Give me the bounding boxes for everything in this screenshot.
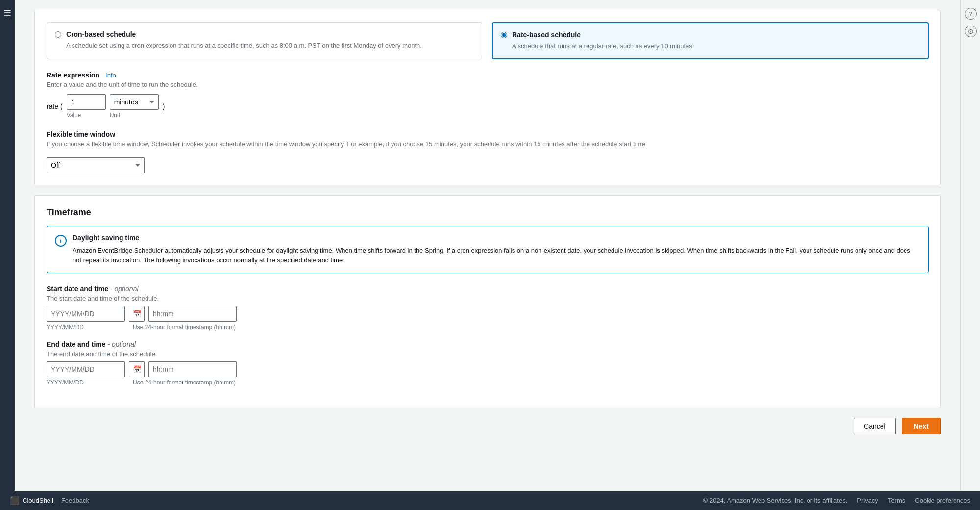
rate-title: Rate-based schedule [512, 31, 694, 39]
flexible-window-select[interactable]: Off 1 minute 5 minutes 10 minutes 15 min… [47, 157, 145, 173]
rate-expression-label: Rate expression [47, 71, 99, 79]
menu-icon[interactable]: ☰ [3, 8, 11, 19]
flexible-window-section: Flexible time window If you choose a fle… [47, 130, 929, 173]
value-hint: Value [67, 112, 106, 119]
end-time-hint: Use 24-hour format timestamp (hh:mm) [133, 379, 236, 386]
daylight-saving-content: Daylight saving time Amazon EventBridge … [73, 234, 920, 265]
cloudshell-label[interactable]: ⬛ CloudShell [10, 496, 53, 505]
rate-schedule-option[interactable]: Rate-based schedule A schedule that runs… [492, 22, 929, 59]
rate-info-link[interactable]: Info [105, 72, 116, 79]
flex-select-wrapper: Off 1 minute 5 minutes 10 minutes 15 min… [47, 157, 145, 173]
rate-desc: A schedule that runs at a regular rate, … [512, 42, 694, 51]
start-date-input[interactable] [47, 306, 125, 322]
start-date-hint: YYYY/MM/DD [47, 324, 84, 331]
daylight-saving-box: i Daylight saving time Amazon EventBridg… [47, 226, 929, 273]
schedule-type-row: Cron-based schedule A schedule set using… [47, 22, 929, 59]
content-area: Cron-based schedule A schedule set using… [15, 0, 960, 491]
feedback-link[interactable]: Feedback [61, 497, 89, 504]
start-time-hint: Use 24-hour format timestamp (hh:mm) [133, 324, 236, 331]
schedule-type-card: Cron-based schedule A schedule set using… [34, 10, 941, 185]
start-time-input[interactable] [148, 306, 237, 322]
flexible-window-label: Flexible time window [47, 130, 115, 138]
end-date-label: End date and time - optional [47, 340, 929, 348]
right-sidebar: ? ⊙ [960, 0, 980, 491]
rate-prefix: rate ( [47, 102, 63, 110]
settings-icon[interactable]: ⊙ [965, 26, 977, 37]
cron-schedule-option[interactable]: Cron-based schedule A schedule set using… [47, 22, 482, 59]
rate-radio[interactable] [501, 32, 507, 38]
privacy-link[interactable]: Privacy [857, 497, 878, 504]
rate-row: rate ( Value minutes hours days Unit ) [47, 94, 929, 119]
rate-value-input[interactable] [67, 94, 106, 110]
cookie-link[interactable]: Cookie preferences [915, 497, 970, 504]
unit-hint: Unit [110, 112, 159, 119]
rate-expression-desc: Enter a value and the unit of time to ru… [47, 81, 929, 88]
footer-bar: Cancel Next [34, 408, 941, 444]
start-date-calendar-btn[interactable]: 📅 [129, 306, 145, 322]
end-date-optional: - optional [107, 340, 136, 348]
rate-unit-select[interactable]: minutes hours days [110, 94, 159, 110]
start-date-row: 📅 [47, 306, 929, 322]
start-date-section: Start date and time - optional The start… [47, 285, 929, 331]
daylight-saving-title: Daylight saving time [73, 234, 920, 242]
timeframe-title: Timeframe [47, 207, 929, 218]
end-date-calendar-btn[interactable]: 📅 [129, 361, 145, 377]
value-group: Value [67, 94, 106, 119]
start-date-label: Start date and time - optional [47, 285, 929, 293]
sidebar: ☰ [0, 0, 15, 491]
cloudshell-text: CloudShell [23, 497, 53, 504]
start-date-optional: - optional [110, 285, 139, 293]
end-date-section: End date and time - optional The end dat… [47, 340, 929, 386]
cancel-button[interactable]: Cancel [854, 418, 896, 434]
terms-link[interactable]: Terms [888, 497, 905, 504]
end-date-hint: YYYY/MM/DD [47, 379, 84, 386]
help-icon[interactable]: ? [965, 8, 977, 20]
daylight-saving-text: Amazon EventBridge Scheduler automatical… [73, 246, 920, 265]
timeframe-card: Timeframe i Daylight saving time Amazon … [34, 195, 941, 408]
end-time-input[interactable] [148, 361, 237, 377]
cron-title: Cron-based schedule [66, 30, 422, 38]
end-date-row: 📅 [47, 361, 929, 377]
bottom-right: © 2024, Amazon Web Services, Inc. or its… [703, 497, 970, 504]
unit-group: minutes hours days Unit [110, 94, 159, 119]
cron-desc: A schedule set using a cron expression t… [66, 41, 422, 50]
info-icon: i [55, 235, 67, 247]
start-date-desc: The start date and time of the schedule. [47, 295, 929, 302]
bottom-bar: ⬛ CloudShell Feedback © 2024, Amazon Web… [0, 491, 980, 510]
flexible-window-desc: If you choose a flexible time window, Sc… [47, 140, 929, 148]
end-date-desc: The end date and time of the schedule. [47, 350, 929, 357]
end-date-input[interactable] [47, 361, 125, 377]
copyright-text: © 2024, Amazon Web Services, Inc. or its… [703, 497, 848, 504]
rate-suffix: ) [163, 102, 165, 110]
rate-expression-section: Rate expression Info Enter a value and t… [47, 71, 929, 119]
next-button[interactable]: Next [902, 418, 941, 434]
cloudshell-icon: ⬛ [10, 496, 20, 505]
cron-radio[interactable] [55, 31, 61, 38]
